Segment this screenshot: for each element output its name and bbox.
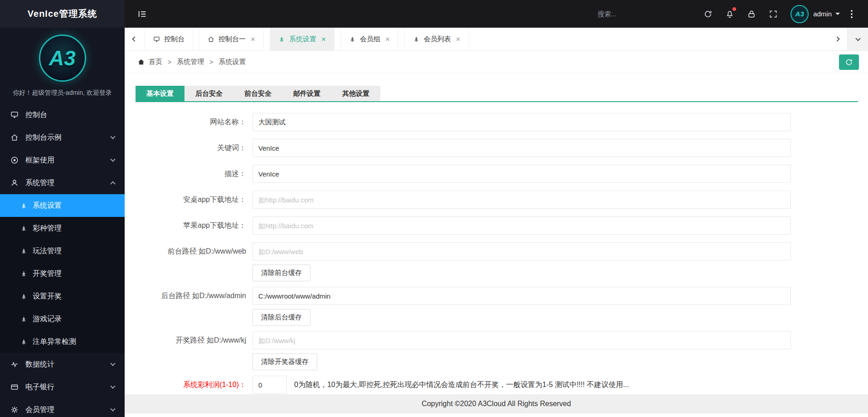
description-input[interactable] <box>252 165 791 183</box>
form-row-description: 描述： <box>125 165 868 183</box>
chevron-down-icon <box>110 361 115 366</box>
sidebar-item-label: 彩种管理 <box>33 224 62 233</box>
breadcrumb-home[interactable]: 首页 <box>149 58 162 66</box>
form-row-system-profit: 系统彩利润(1-10)： 0为随机，10为最大,即控死,控死出现必中情况会造成前… <box>125 376 868 394</box>
sidebar-item-label: 电子银行 <box>25 383 54 392</box>
bell-icon[interactable] <box>719 0 741 28</box>
form-row-android-app-url: 安桌app下载地址： <box>125 191 868 209</box>
tree-icon <box>20 225 27 232</box>
chevron-down-icon <box>110 157 115 162</box>
android-app-url-input[interactable] <box>252 191 791 209</box>
tabbar: 控制台 控制台一 × 系统设置 × <box>125 28 868 51</box>
sidebar: VenIce管理系统 A3 你好！超级管理员-admin, 欢迎登录 控制台 控… <box>0 0 125 417</box>
tab-backend-security[interactable]: 后台安全 <box>184 86 233 101</box>
lock-icon[interactable] <box>741 0 762 28</box>
avatar[interactable]: A3 <box>790 5 809 23</box>
system-profit-input[interactable] <box>252 376 287 394</box>
keywords-input[interactable] <box>252 139 791 157</box>
tree-icon <box>20 338 27 345</box>
sidebar-item-dashboard[interactable]: 控制台 <box>0 103 125 126</box>
tree-icon <box>20 202 27 209</box>
ios-app-url-input[interactable] <box>252 216 791 235</box>
sidebar-item-system-management[interactable]: 系统管理 <box>0 172 125 194</box>
close-icon[interactable]: × <box>321 35 326 43</box>
field-label: 前台路径 如D:/www/web <box>125 242 252 281</box>
tabs-scroll-right-button[interactable] <box>827 28 847 50</box>
sidebar-item-console-demo[interactable]: 控制台示例 <box>0 126 125 149</box>
tabs-dropdown-button[interactable] <box>847 28 868 50</box>
clear-draw-cache-button[interactable]: 清除开奖器缓存 <box>252 353 317 370</box>
user-menu[interactable]: admin <box>813 10 843 18</box>
app-title: VenIce管理系统 <box>0 0 125 28</box>
refresh-icon[interactable] <box>697 0 719 28</box>
breadcrumb-separator: > <box>209 59 213 66</box>
tab-label: 控制台一 <box>218 35 246 44</box>
tabs-scroll-left-button[interactable] <box>125 28 145 50</box>
page-refresh-button[interactable] <box>839 54 859 70</box>
sidebar-item-bet-anomaly-check[interactable]: 注单异常检测 <box>0 330 125 353</box>
logo-text: A3 <box>49 46 76 70</box>
chevron-down-icon <box>110 383 115 388</box>
app-root: VenIce管理系统 A3 你好！超级管理员-admin, 欢迎登录 控制台 控… <box>0 0 868 417</box>
settings-tabs: 基本设置 后台安全 前台安全 邮件设置 其他设置 <box>136 86 858 102</box>
close-icon[interactable]: × <box>456 35 461 43</box>
tab-basic-settings[interactable]: 基本设置 <box>136 86 184 101</box>
sidebar-item-label: 控制台 <box>25 110 47 120</box>
tab-member-list[interactable]: 会员列表 × <box>404 28 469 50</box>
breadcrumb-system-management[interactable]: 系统管理 <box>177 58 204 66</box>
tab-label: 会员组 <box>360 35 380 44</box>
sidebar-item-statistics[interactable]: 数据统计 <box>0 353 125 376</box>
sidebar-item-set-draw[interactable]: 设置开奖 <box>0 285 125 308</box>
site-name-input[interactable] <box>252 113 791 131</box>
tab-mail-settings[interactable]: 邮件设置 <box>282 86 331 101</box>
sidebar-item-lottery-management[interactable]: 彩种管理 <box>0 217 125 240</box>
tab-console-one[interactable]: 控制台一 × <box>199 28 264 50</box>
settings-page: 基本设置 后台安全 前台安全 邮件设置 其他设置 网站名称： 关键词： <box>125 74 868 394</box>
tab-member-group[interactable]: 会员组 × <box>340 28 398 50</box>
form-row-ios-app-url: 苹果app下载地址： <box>125 216 868 235</box>
monitor-icon <box>153 36 160 43</box>
sidebar-item-framework[interactable]: 框架使用 <box>0 149 125 172</box>
chevron-down-icon <box>110 406 115 411</box>
sidebar-item-label: 数据统计 <box>25 360 54 369</box>
sidebar-item-label: 系统设置 <box>33 201 62 211</box>
system-submenu: 系统设置 彩种管理 玩法管理 <box>0 194 125 353</box>
home-icon <box>10 133 19 142</box>
sidebar-item-draw-management[interactable]: 开奖管理 <box>0 262 125 285</box>
field-label: 苹果app下载地址： <box>125 216 252 235</box>
tree-icon <box>413 36 420 43</box>
sidebar-item-label: 控制台示例 <box>25 133 62 142</box>
tree-icon <box>349 36 356 43</box>
search-input[interactable] <box>597 10 679 18</box>
field-label: 描述： <box>125 165 252 183</box>
circle-ok-icon <box>10 156 19 165</box>
sidebar-item-system-settings[interactable]: 系统设置 <box>0 194 125 217</box>
sidebar-toggle-icon[interactable] <box>137 9 147 19</box>
tab-label: 会员列表 <box>424 35 451 44</box>
sidebar-item-ebank[interactable]: 电子银行 <box>0 376 125 398</box>
sidebar-item-label: 设置开奖 <box>33 292 62 301</box>
tab-console[interactable]: 控制台 <box>145 28 193 50</box>
sidebar-item-play-management[interactable]: 玩法管理 <box>0 240 125 262</box>
fullscreen-icon[interactable] <box>762 0 784 28</box>
tree-icon <box>20 247 27 255</box>
frontend-path-input[interactable] <box>252 242 791 260</box>
backend-path-input[interactable] <box>252 287 791 305</box>
chevron-down-icon <box>855 36 860 41</box>
more-menu-icon[interactable] <box>843 10 861 18</box>
field-label: 安桌app下载地址： <box>125 191 252 209</box>
tab-frontend-security[interactable]: 前台安全 <box>233 86 282 101</box>
tab-system-settings[interactable]: 系统设置 × <box>270 28 335 50</box>
form-row-frontend-path: 前台路径 如D:/www/web 清除前台缓存 <box>125 242 868 281</box>
tab-label: 控制台 <box>164 35 184 44</box>
draw-path-input[interactable] <box>252 331 791 349</box>
clear-backend-cache-button[interactable]: 清除后台缓存 <box>252 309 310 326</box>
tree-icon <box>20 270 27 277</box>
sidebar-item-game-records[interactable]: 游戏记录 <box>0 308 125 330</box>
clear-frontend-cache-button[interactable]: 清除前台缓存 <box>252 265 310 281</box>
sidebar-item-member-management[interactable]: 会员管理 <box>0 398 125 417</box>
sidebar-item-label: 游戏记录 <box>33 314 62 324</box>
close-icon[interactable]: × <box>385 35 390 43</box>
tab-other-settings[interactable]: 其他设置 <box>331 86 380 101</box>
close-icon[interactable]: × <box>251 35 255 43</box>
